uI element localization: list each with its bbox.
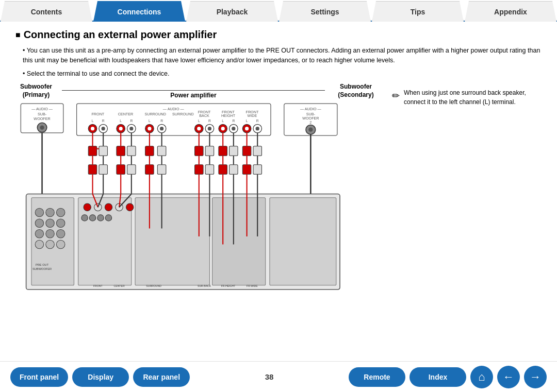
connector-labels: Subwoofer(Primary) Power amplifier Subwo…: [15, 83, 382, 99]
svg-rect-104: [219, 146, 227, 156]
svg-rect-68: [88, 165, 97, 175]
back-button[interactable]: ←: [497, 366, 520, 388]
svg-text:FR.WIDE: FR.WIDE: [247, 284, 258, 287]
svg-point-49: [232, 127, 235, 130]
svg-point-41: [160, 127, 163, 130]
svg-text:L: L: [120, 120, 122, 123]
svg-rect-66: [88, 146, 97, 156]
svg-point-136: [46, 219, 55, 228]
svg-text:PRE OUT: PRE OUT: [36, 263, 49, 266]
svg-text:BACK: BACK: [199, 113, 209, 118]
svg-text:R: R: [160, 120, 163, 123]
label-subwoofer-secondary: Subwoofer(Secondary): [330, 83, 382, 99]
svg-point-142: [46, 241, 55, 249]
svg-rect-85: [157, 146, 166, 156]
svg-rect-89: [157, 165, 166, 175]
svg-point-5: [40, 126, 44, 130]
svg-point-140: [56, 230, 65, 238]
pencil-icon: ✏: [392, 89, 400, 103]
svg-point-153: [97, 215, 104, 221]
svg-text:WIDE: WIDE: [248, 113, 257, 118]
svg-text:L: L: [222, 120, 224, 123]
svg-text:L: L: [246, 120, 248, 123]
body-text-1: • You can use this unit as a pre-amp by …: [15, 46, 542, 66]
svg-point-148: [105, 203, 112, 211]
tab-tips[interactable]: Tips: [372, 1, 464, 22]
rear-panel-button[interactable]: Rear panel: [133, 367, 190, 387]
svg-point-33: [102, 127, 105, 130]
svg-rect-115: [253, 146, 262, 156]
bottom-navigation: Front panel Display Rear panel 38 Remote…: [0, 361, 557, 392]
svg-text:SUBWOOFER: SUBWOOFER: [32, 267, 52, 270]
back-icon: ←: [503, 370, 514, 384]
svg-point-47: [221, 127, 225, 130]
svg-rect-74: [117, 146, 125, 156]
svg-rect-119: [253, 165, 262, 175]
svg-rect-99: [205, 165, 214, 175]
diagram-main: Subwoofer(Primary) Power amplifier Subwo…: [15, 83, 382, 320]
svg-rect-108: [219, 165, 227, 175]
svg-rect-118: [242, 165, 251, 175]
svg-rect-109: [230, 165, 238, 175]
svg-point-60: [308, 128, 313, 132]
svg-text:FRONT: FRONT: [91, 112, 104, 116]
svg-rect-94: [195, 146, 204, 156]
svg-rect-95: [205, 146, 214, 156]
svg-point-51: [245, 127, 249, 130]
svg-rect-114: [242, 146, 251, 156]
svg-point-154: [105, 215, 111, 221]
svg-text:L: L: [149, 120, 151, 123]
svg-text:SURROUND: SURROUND: [146, 284, 161, 287]
svg-point-139: [46, 230, 55, 238]
svg-text:L: L: [92, 120, 94, 123]
svg-text:R: R: [130, 120, 133, 123]
svg-point-150: [126, 203, 134, 211]
svg-rect-79: [127, 165, 136, 175]
svg-text:CENTER: CENTER: [114, 284, 125, 287]
tab-contents[interactable]: Contents: [1, 1, 92, 22]
label-subwoofer-primary: Subwoofer(Primary): [15, 83, 57, 99]
svg-text:2: 2: [309, 121, 312, 125]
index-button[interactable]: Index: [409, 367, 466, 387]
svg-text:SUB-: SUB-: [38, 112, 47, 116]
forward-button[interactable]: →: [524, 366, 547, 388]
svg-point-138: [35, 230, 44, 238]
svg-point-45: [208, 127, 211, 130]
svg-rect-78: [117, 165, 125, 175]
svg-point-132: [35, 209, 44, 217]
svg-text:R: R: [102, 120, 105, 123]
svg-rect-88: [145, 165, 154, 175]
svg-point-141: [35, 241, 44, 249]
tab-settings[interactable]: Settings: [279, 1, 371, 22]
svg-rect-131: [270, 198, 336, 285]
svg-point-133: [46, 209, 55, 217]
body-text-2: • Select the terminal to use and connect…: [15, 69, 542, 79]
page-title: Connecting an external power amplifier: [15, 29, 542, 41]
tab-connections[interactable]: Connections: [93, 1, 185, 22]
tab-playback[interactable]: Playback: [186, 1, 278, 22]
svg-point-43: [197, 127, 201, 130]
remote-button[interactable]: Remote: [349, 367, 405, 387]
svg-point-39: [148, 127, 151, 130]
svg-point-135: [35, 219, 44, 228]
main-content: Connecting an external power amplifier •…: [0, 22, 557, 361]
svg-text:SURROUND: SURROUND: [144, 112, 166, 116]
svg-text:FRONT: FRONT: [93, 284, 103, 287]
svg-point-37: [129, 127, 133, 130]
side-note: ✏ When using just one surround back spea…: [392, 88, 542, 107]
svg-point-146: [84, 203, 91, 211]
svg-rect-67: [99, 146, 108, 156]
label-power-amplifier: Power amplifier: [62, 90, 325, 99]
svg-text:R: R: [232, 120, 235, 123]
tab-appendix[interactable]: Appendix: [465, 1, 556, 22]
svg-point-143: [56, 241, 65, 249]
svg-point-137: [56, 219, 65, 228]
svg-text:SURROUND: SURROUND: [172, 112, 194, 116]
svg-text:L: L: [198, 120, 200, 123]
front-panel-button[interactable]: Front panel: [10, 367, 68, 387]
display-button[interactable]: Display: [72, 367, 129, 387]
svg-point-53: [256, 127, 259, 130]
svg-text:R: R: [256, 120, 259, 123]
home-button[interactable]: ⌂: [470, 366, 493, 388]
diagram-section: Subwoofer(Primary) Power amplifier Subwo…: [15, 83, 542, 320]
